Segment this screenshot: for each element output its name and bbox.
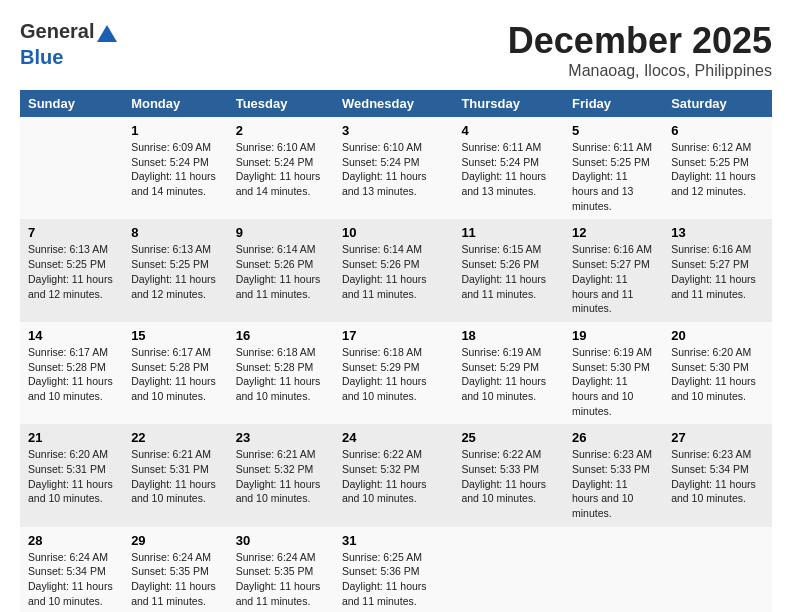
calendar-week-row: 14Sunrise: 6:17 AMSunset: 5:28 PMDayligh…	[20, 322, 772, 424]
calendar-cell	[564, 527, 663, 612]
calendar-header: SundayMondayTuesdayWednesdayThursdayFrid…	[20, 90, 772, 117]
calendar-cell	[663, 527, 772, 612]
day-info: Sunrise: 6:21 AMSunset: 5:31 PMDaylight:…	[131, 448, 216, 504]
day-info: Sunrise: 6:24 AMSunset: 5:35 PMDaylight:…	[236, 551, 321, 607]
day-info: Sunrise: 6:20 AMSunset: 5:31 PMDaylight:…	[28, 448, 113, 504]
calendar-cell: 3Sunrise: 6:10 AMSunset: 5:24 PMDaylight…	[334, 117, 453, 219]
day-info: Sunrise: 6:18 AMSunset: 5:29 PMDaylight:…	[342, 346, 427, 402]
day-info: Sunrise: 6:11 AMSunset: 5:24 PMDaylight:…	[461, 141, 546, 197]
calendar-cell: 18Sunrise: 6:19 AMSunset: 5:29 PMDayligh…	[453, 322, 564, 424]
month-title: December 2025	[508, 20, 772, 62]
calendar-table: SundayMondayTuesdayWednesdayThursdayFrid…	[20, 90, 772, 612]
day-number: 17	[342, 328, 445, 343]
day-info: Sunrise: 6:17 AMSunset: 5:28 PMDaylight:…	[28, 346, 113, 402]
calendar-cell: 28Sunrise: 6:24 AMSunset: 5:34 PMDayligh…	[20, 527, 123, 612]
calendar-cell: 25Sunrise: 6:22 AMSunset: 5:33 PMDayligh…	[453, 424, 564, 526]
day-number: 30	[236, 533, 326, 548]
location-title: Manaoag, Ilocos, Philippines	[508, 62, 772, 80]
weekday-row: SundayMondayTuesdayWednesdayThursdayFrid…	[20, 90, 772, 117]
calendar-cell: 19Sunrise: 6:19 AMSunset: 5:30 PMDayligh…	[564, 322, 663, 424]
day-info: Sunrise: 6:25 AMSunset: 5:36 PMDaylight:…	[342, 551, 427, 607]
day-number: 13	[671, 225, 764, 240]
day-info: Sunrise: 6:24 AMSunset: 5:35 PMDaylight:…	[131, 551, 216, 607]
day-number: 25	[461, 430, 556, 445]
day-number: 20	[671, 328, 764, 343]
calendar-cell: 4Sunrise: 6:11 AMSunset: 5:24 PMDaylight…	[453, 117, 564, 219]
day-number: 29	[131, 533, 220, 548]
day-number: 23	[236, 430, 326, 445]
calendar-cell: 22Sunrise: 6:21 AMSunset: 5:31 PMDayligh…	[123, 424, 228, 526]
calendar-week-row: 7Sunrise: 6:13 AMSunset: 5:25 PMDaylight…	[20, 219, 772, 321]
logo-blue: Blue	[20, 46, 63, 68]
day-number: 15	[131, 328, 220, 343]
day-info: Sunrise: 6:23 AMSunset: 5:34 PMDaylight:…	[671, 448, 756, 504]
day-number: 9	[236, 225, 326, 240]
day-number: 1	[131, 123, 220, 138]
calendar-cell: 1Sunrise: 6:09 AMSunset: 5:24 PMDaylight…	[123, 117, 228, 219]
day-info: Sunrise: 6:21 AMSunset: 5:32 PMDaylight:…	[236, 448, 321, 504]
day-info: Sunrise: 6:18 AMSunset: 5:28 PMDaylight:…	[236, 346, 321, 402]
calendar-week-row: 21Sunrise: 6:20 AMSunset: 5:31 PMDayligh…	[20, 424, 772, 526]
day-number: 11	[461, 225, 556, 240]
weekday-header: Wednesday	[334, 90, 453, 117]
day-info: Sunrise: 6:24 AMSunset: 5:34 PMDaylight:…	[28, 551, 113, 607]
title-block: December 2025 Manaoag, Ilocos, Philippin…	[508, 20, 772, 80]
day-info: Sunrise: 6:13 AMSunset: 5:25 PMDaylight:…	[28, 243, 113, 299]
day-info: Sunrise: 6:12 AMSunset: 5:25 PMDaylight:…	[671, 141, 756, 197]
calendar-week-row: 1Sunrise: 6:09 AMSunset: 5:24 PMDaylight…	[20, 117, 772, 219]
calendar-cell: 21Sunrise: 6:20 AMSunset: 5:31 PMDayligh…	[20, 424, 123, 526]
day-number: 2	[236, 123, 326, 138]
weekday-header: Saturday	[663, 90, 772, 117]
calendar-cell: 15Sunrise: 6:17 AMSunset: 5:28 PMDayligh…	[123, 322, 228, 424]
day-info: Sunrise: 6:13 AMSunset: 5:25 PMDaylight:…	[131, 243, 216, 299]
weekday-header: Thursday	[453, 90, 564, 117]
day-info: Sunrise: 6:16 AMSunset: 5:27 PMDaylight:…	[671, 243, 756, 299]
day-info: Sunrise: 6:22 AMSunset: 5:33 PMDaylight:…	[461, 448, 546, 504]
calendar-cell: 30Sunrise: 6:24 AMSunset: 5:35 PMDayligh…	[228, 527, 334, 612]
day-number: 7	[28, 225, 115, 240]
day-number: 12	[572, 225, 655, 240]
calendar-cell: 13Sunrise: 6:16 AMSunset: 5:27 PMDayligh…	[663, 219, 772, 321]
day-number: 28	[28, 533, 115, 548]
day-info: Sunrise: 6:10 AMSunset: 5:24 PMDaylight:…	[342, 141, 427, 197]
day-info: Sunrise: 6:19 AMSunset: 5:30 PMDaylight:…	[572, 346, 652, 417]
day-number: 14	[28, 328, 115, 343]
calendar-cell: 31Sunrise: 6:25 AMSunset: 5:36 PMDayligh…	[334, 527, 453, 612]
day-info: Sunrise: 6:22 AMSunset: 5:32 PMDaylight:…	[342, 448, 427, 504]
calendar-cell: 11Sunrise: 6:15 AMSunset: 5:26 PMDayligh…	[453, 219, 564, 321]
day-info: Sunrise: 6:14 AMSunset: 5:26 PMDaylight:…	[342, 243, 427, 299]
calendar-cell: 12Sunrise: 6:16 AMSunset: 5:27 PMDayligh…	[564, 219, 663, 321]
day-info: Sunrise: 6:23 AMSunset: 5:33 PMDaylight:…	[572, 448, 652, 519]
calendar-cell: 6Sunrise: 6:12 AMSunset: 5:25 PMDaylight…	[663, 117, 772, 219]
svg-marker-0	[97, 25, 117, 42]
day-info: Sunrise: 6:17 AMSunset: 5:28 PMDaylight:…	[131, 346, 216, 402]
logo-text: General Blue	[20, 20, 120, 69]
weekday-header: Sunday	[20, 90, 123, 117]
calendar-cell: 29Sunrise: 6:24 AMSunset: 5:35 PMDayligh…	[123, 527, 228, 612]
day-number: 6	[671, 123, 764, 138]
calendar-cell: 2Sunrise: 6:10 AMSunset: 5:24 PMDaylight…	[228, 117, 334, 219]
day-number: 18	[461, 328, 556, 343]
day-number: 3	[342, 123, 445, 138]
calendar-cell: 27Sunrise: 6:23 AMSunset: 5:34 PMDayligh…	[663, 424, 772, 526]
calendar-cell	[453, 527, 564, 612]
day-number: 10	[342, 225, 445, 240]
calendar-cell: 8Sunrise: 6:13 AMSunset: 5:25 PMDaylight…	[123, 219, 228, 321]
calendar-body: 1Sunrise: 6:09 AMSunset: 5:24 PMDaylight…	[20, 117, 772, 612]
day-info: Sunrise: 6:14 AMSunset: 5:26 PMDaylight:…	[236, 243, 321, 299]
calendar-cell: 14Sunrise: 6:17 AMSunset: 5:28 PMDayligh…	[20, 322, 123, 424]
weekday-header: Tuesday	[228, 90, 334, 117]
day-info: Sunrise: 6:15 AMSunset: 5:26 PMDaylight:…	[461, 243, 546, 299]
calendar-cell: 9Sunrise: 6:14 AMSunset: 5:26 PMDaylight…	[228, 219, 334, 321]
day-info: Sunrise: 6:20 AMSunset: 5:30 PMDaylight:…	[671, 346, 756, 402]
day-info: Sunrise: 6:19 AMSunset: 5:29 PMDaylight:…	[461, 346, 546, 402]
calendar-cell: 16Sunrise: 6:18 AMSunset: 5:28 PMDayligh…	[228, 322, 334, 424]
day-number: 31	[342, 533, 445, 548]
day-number: 5	[572, 123, 655, 138]
calendar-cell: 7Sunrise: 6:13 AMSunset: 5:25 PMDaylight…	[20, 219, 123, 321]
calendar-cell: 17Sunrise: 6:18 AMSunset: 5:29 PMDayligh…	[334, 322, 453, 424]
weekday-header: Monday	[123, 90, 228, 117]
day-info: Sunrise: 6:10 AMSunset: 5:24 PMDaylight:…	[236, 141, 321, 197]
calendar-cell: 5Sunrise: 6:11 AMSunset: 5:25 PMDaylight…	[564, 117, 663, 219]
day-number: 16	[236, 328, 326, 343]
